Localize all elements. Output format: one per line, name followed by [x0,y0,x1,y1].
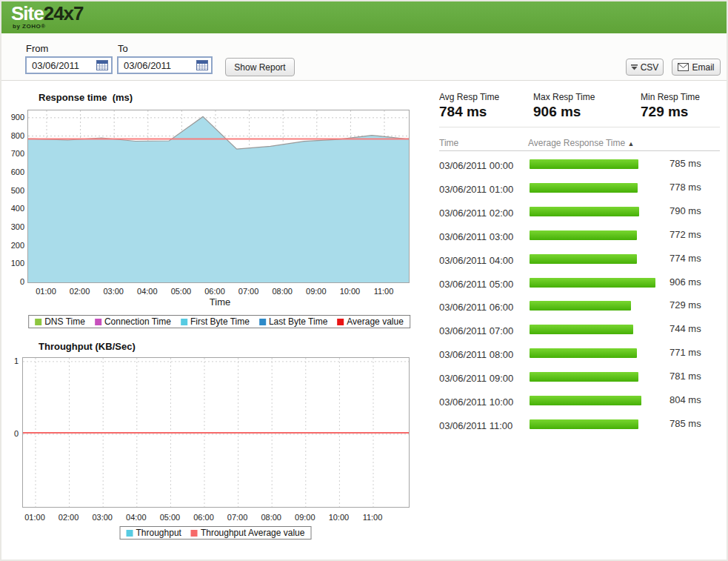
row-value: 785 ms [669,158,701,169]
x-tick-label: 09:00 [301,287,332,296]
row-value: 774 ms [669,253,701,264]
y-tick-label: 400 [1,204,24,213]
response-time-xaxis-label: Time [176,296,264,308]
row-time: 03/06/2011 09:00 [439,373,513,384]
x-tick-label: 07:00 [222,513,253,522]
row-time: 03/06/2011 07:00 [439,325,513,336]
sort-ascending-icon: ▲ [628,140,635,147]
response-time-bar [530,183,638,193]
show-report-label: Show Report [234,62,285,73]
legend-swatch [337,319,344,325]
x-tick-label: 01:00 [19,513,50,522]
y-tick-label: 0 [1,277,24,286]
legend-item: Average value [337,316,404,327]
y-tick-label: 600 [1,167,24,176]
x-tick-label: 06:00 [188,513,219,522]
avg-response-header-label: Average Response Time [528,138,625,148]
x-tick-label: 04:00 [132,287,163,296]
legend-label: Average value [347,316,404,327]
row-time: 03/06/2011 10:00 [439,396,513,408]
row-value: 790 ms [669,205,701,216]
x-tick-label: 08:00 [267,287,298,296]
throughput-legend: ThroughputThroughput Average value [120,526,312,540]
email-envelope-icon [678,63,689,71]
legend-swatch [259,319,266,325]
x-tick-label: 05:00 [154,513,185,522]
report-toolbar: From To Show Report CSV Email [1,33,727,81]
legend-item: DNS Time [35,316,85,327]
stat-label: Avg Resp Time [439,92,499,102]
row-value: 785 ms [669,418,701,429]
table-row: 03/06/2011 07:00744 ms [439,318,721,342]
stat-label: Min Resp Time [641,92,700,102]
table-row: 03/06/2011 11:00785 ms [439,413,721,436]
legend-swatch [35,319,41,325]
app-header: Site24x7 by ZOHO® [1,1,727,33]
show-report-button[interactable]: Show Report [225,58,295,76]
response-time-bar [530,207,639,216]
stat-value: 729 ms [641,104,700,120]
divider [439,127,720,127]
response-time-chart-plot [27,110,410,283]
x-tick-label: 11:00 [368,287,399,296]
response-time-bar [530,301,631,311]
to-label: To [118,43,128,54]
to-date-input[interactable] [118,60,196,71]
x-tick-label: 11:00 [357,513,388,522]
row-time: 03/06/2011 02:00 [439,208,513,219]
from-date-field[interactable] [25,56,113,74]
y-tick-label: 500 [1,186,24,195]
calendar-icon[interactable] [196,60,208,70]
legend-item: Connection Time [95,316,171,327]
x-tick-label: 03:00 [98,287,129,296]
row-time: 03/06/2011 05:00 [439,279,513,290]
x-tick-label: 01:00 [30,287,61,296]
x-tick-label: 04:00 [121,513,152,522]
table-row: 03/06/2011 03:00772 ms [439,224,721,248]
legend-label: First Byte Time [190,316,250,327]
table-header-time: Time [439,138,458,148]
email-label: Email [692,62,714,73]
response-time-bar [530,230,637,240]
table-header-avg-response[interactable]: Average Response Time ▲ [528,138,634,148]
x-tick-label: 06:00 [199,287,230,296]
email-button[interactable]: Email [672,59,721,76]
response-time-bar [530,372,638,382]
response-time-area-chart [28,110,409,282]
calendar-icon[interactable] [96,60,108,70]
table-row: 03/06/2011 02:00790 ms [439,200,721,224]
y-tick-label: 900 [1,113,24,122]
response-time-chart-title: Response time (ms) [39,92,133,103]
legend-label: DNS Time [44,316,85,327]
table-header-divider [439,150,720,151]
table-row: 03/06/2011 05:00906 ms [439,271,721,295]
row-time: 03/06/2011 01:00 [439,184,513,195]
row-value: 906 ms [669,276,701,288]
table-row: 03/06/2011 09:00781 ms [439,365,721,389]
stat-value: 906 ms [533,104,595,120]
legend-label: Throughput [136,528,181,538]
response-time-legend: DNS TimeConnection TimeFirst Byte TimeLa… [28,315,410,328]
legend-item: Throughput Average value [191,528,305,538]
csv-export-button[interactable]: CSV [626,59,664,76]
x-tick-label: 08:00 [256,513,287,522]
from-date-input[interactable] [27,60,96,71]
row-value: 771 ms [669,347,701,358]
to-date-field[interactable] [117,56,213,74]
x-tick-label: 02:00 [64,287,96,296]
row-time: 03/06/2011 08:00 [439,349,513,360]
y-tick-label: 1 [1,356,19,365]
logo-byline: by ZOHO® [13,23,46,30]
table-row: 03/06/2011 04:00774 ms [439,248,721,271]
table-row: 03/06/2011 00:00785 ms [439,153,721,176]
response-time-bar [530,348,637,358]
x-tick-label: 07:00 [233,287,264,296]
legend-item: Last Byte Time [259,316,327,327]
legend-swatch [95,319,101,325]
x-tick-label: 03:00 [87,513,118,522]
y-tick-label: 100 [1,259,24,268]
csv-download-icon [631,64,638,70]
table-row: 03/06/2011 01:00778 ms [439,176,721,200]
row-value: 781 ms [669,371,701,382]
legend-label: Throughput Average value [201,528,305,538]
